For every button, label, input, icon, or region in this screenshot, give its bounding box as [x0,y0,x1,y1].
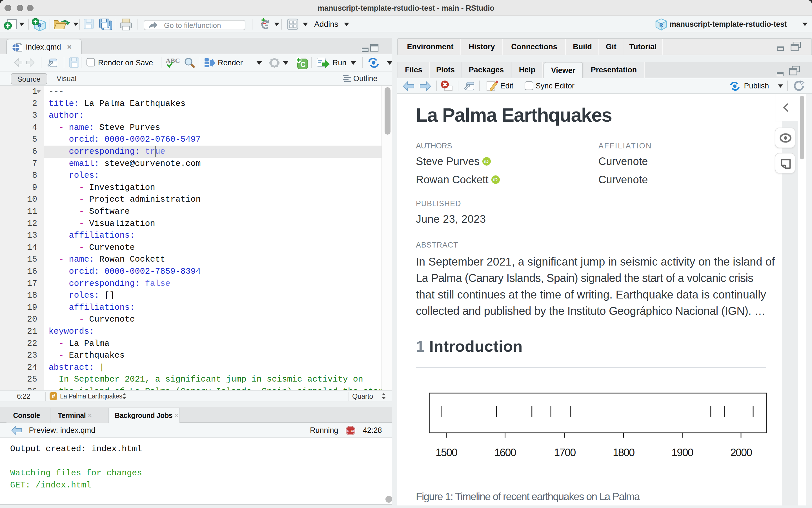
svg-text:1600: 1600 [494,447,516,458]
svg-text:C: C [300,60,306,69]
svg-text:1800: 1800 [613,447,635,458]
svg-text:2000: 2000 [730,447,752,458]
svg-text:R: R [659,22,663,29]
svg-text:iD: iD [493,177,497,182]
svg-text:iD: iD [484,159,489,164]
svg-text:1700: 1700 [554,447,576,458]
svg-text:1500: 1500 [436,447,457,458]
svg-text:ABC: ABC [166,57,180,64]
svg-text:STOP: STOP [347,429,355,432]
svg-text:1900: 1900 [672,447,693,458]
